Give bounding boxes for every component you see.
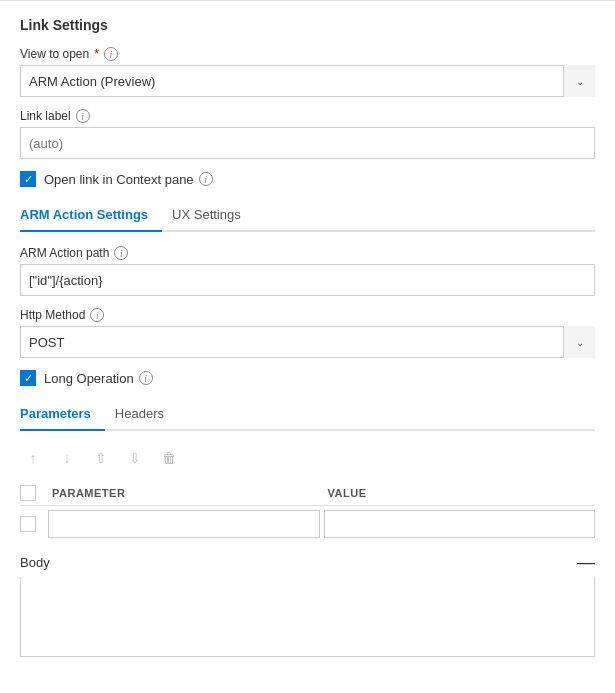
row-check-col [20, 516, 44, 532]
checkmark-icon: ✓ [24, 174, 33, 185]
parameter-input[interactable] [48, 510, 320, 538]
body-label-row: Body — [20, 552, 595, 573]
open-in-context-info-icon[interactable]: i [199, 172, 213, 186]
http-method-label: Http Method i [20, 308, 595, 322]
tab-ux-settings[interactable]: UX Settings [172, 199, 255, 230]
link-label-label: Link label i [20, 109, 595, 123]
parameters-table-header: PARAMETER VALUE [20, 481, 595, 506]
section-title: Link Settings [20, 17, 595, 33]
move-up-button[interactable]: ↑ [20, 445, 46, 471]
value-input[interactable] [324, 510, 596, 538]
http-method-group: Http Method i POST GET PUT DELETE PATCH … [20, 308, 595, 358]
parameter-col-header: PARAMETER [44, 487, 320, 499]
required-marker: * [94, 47, 99, 61]
arm-action-path-info-icon[interactable]: i [114, 246, 128, 260]
http-method-info-icon[interactable]: i [90, 308, 104, 322]
arm-action-path-input[interactable] [20, 264, 595, 296]
link-label-group: Link label i [20, 109, 595, 159]
long-operation-info-icon[interactable]: i [139, 371, 153, 385]
http-method-select-wrapper: POST GET PUT DELETE PATCH ⌄ [20, 326, 595, 358]
view-to-open-select[interactable]: ARM Action (Preview) [20, 65, 595, 97]
view-to-open-label: View to open * i [20, 47, 595, 61]
move-down-button[interactable]: ↓ [54, 445, 80, 471]
header-checkbox[interactable] [20, 485, 36, 501]
view-to-open-group: View to open * i ARM Action (Preview) ⌄ [20, 47, 595, 97]
long-operation-checkbox[interactable]: ✓ [20, 370, 36, 386]
view-to-open-select-wrapper: ARM Action (Preview) ⌄ [20, 65, 595, 97]
tab-arm-action-settings[interactable]: ARM Action Settings [20, 199, 162, 230]
move-top-button[interactable]: ⇧ [88, 445, 114, 471]
tab-parameters[interactable]: Parameters [20, 398, 105, 429]
view-to-open-info-icon[interactable]: i [104, 47, 118, 61]
open-in-context-checkbox[interactable]: ✓ [20, 171, 36, 187]
long-operation-label: Long Operation i [44, 371, 153, 386]
arm-action-path-group: ARM Action path i [20, 246, 595, 296]
tab-headers[interactable]: Headers [115, 398, 178, 429]
arm-action-path-label: ARM Action path i [20, 246, 595, 260]
setting-tabs: ARM Action Settings UX Settings [20, 199, 595, 232]
parameters-toolbar: ↑ ↓ ⇧ ⇩ 🗑 [20, 445, 595, 471]
http-method-select[interactable]: POST GET PUT DELETE PATCH [20, 326, 595, 358]
long-operation-row: ✓ Long Operation i [20, 370, 595, 386]
delete-button[interactable]: 🗑 [156, 445, 182, 471]
link-label-info-icon[interactable]: i [76, 109, 90, 123]
value-col-header: VALUE [320, 487, 596, 499]
body-section: Body — [20, 552, 595, 660]
link-label-input[interactable] [20, 127, 595, 159]
link-settings-panel: Link Settings View to open * i ARM Actio… [0, 0, 615, 676]
header-checkbox-col [20, 485, 44, 501]
move-bottom-button[interactable]: ⇩ [122, 445, 148, 471]
open-in-context-label: Open link in Context pane i [44, 172, 213, 187]
body-expand-icon[interactable]: — [577, 552, 595, 573]
inner-tabs: Parameters Headers [20, 398, 595, 431]
body-textarea[interactable] [20, 577, 595, 657]
table-row [20, 510, 595, 538]
open-in-context-row: ✓ Open link in Context pane i [20, 171, 595, 187]
row-checkbox[interactable] [20, 516, 36, 532]
long-operation-checkmark-icon: ✓ [24, 373, 33, 384]
